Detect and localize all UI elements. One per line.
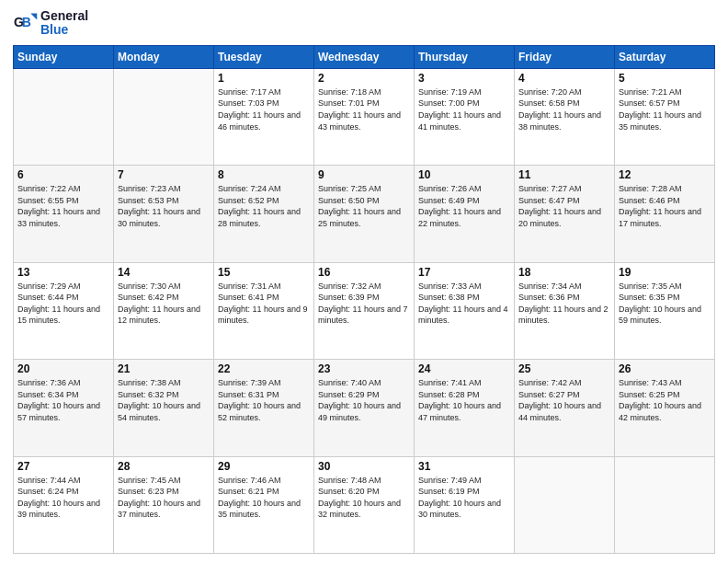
calendar-cell: 29Sunrise: 7:46 AM Sunset: 6:21 PM Dayli… [214, 456, 314, 553]
calendar-week-1: 1Sunrise: 7:17 AM Sunset: 7:03 PM Daylig… [14, 68, 715, 165]
day-number: 29 [218, 460, 310, 473]
weekday-header-wednesday: Wednesday [314, 45, 415, 68]
calendar-cell: 20Sunrise: 7:36 AM Sunset: 6:34 PM Dayli… [14, 360, 114, 456]
calendar-cell: 1Sunrise: 7:17 AM Sunset: 7:03 PM Daylig… [214, 68, 314, 165]
page: G B General Blue SundayMondayTuesdayWedn… [0, 0, 728, 563]
calendar-cell: 24Sunrise: 7:41 AM Sunset: 6:28 PM Dayli… [415, 360, 515, 456]
day-info: Sunrise: 7:31 AM Sunset: 6:41 PM Dayligh… [218, 281, 310, 327]
day-info: Sunrise: 7:39 AM Sunset: 6:31 PM Dayligh… [218, 377, 310, 423]
calendar-cell [114, 68, 214, 165]
calendar-cell: 22Sunrise: 7:39 AM Sunset: 6:31 PM Dayli… [214, 360, 314, 456]
calendar-body: 1Sunrise: 7:17 AM Sunset: 7:03 PM Daylig… [14, 68, 715, 553]
calendar-cell: 18Sunrise: 7:34 AM Sunset: 6:36 PM Dayli… [515, 262, 615, 359]
day-info: Sunrise: 7:33 AM Sunset: 6:38 PM Dayligh… [418, 281, 510, 327]
day-info: Sunrise: 7:24 AM Sunset: 6:52 PM Dayligh… [218, 183, 310, 229]
day-info: Sunrise: 7:25 AM Sunset: 6:50 PM Dayligh… [318, 183, 410, 229]
day-info: Sunrise: 7:30 AM Sunset: 6:42 PM Dayligh… [118, 281, 210, 327]
day-info: Sunrise: 7:43 AM Sunset: 6:25 PM Dayligh… [619, 377, 711, 423]
day-info: Sunrise: 7:45 AM Sunset: 6:23 PM Dayligh… [118, 475, 210, 521]
day-number: 25 [518, 362, 610, 375]
day-number: 30 [318, 460, 410, 473]
calendar-week-2: 6Sunrise: 7:22 AM Sunset: 6:55 PM Daylig… [14, 166, 715, 262]
day-number: 18 [518, 266, 610, 279]
day-number: 31 [418, 460, 510, 473]
calendar-cell [515, 456, 615, 553]
calendar-cell: 4Sunrise: 7:20 AM Sunset: 6:58 PM Daylig… [515, 68, 615, 165]
day-info: Sunrise: 7:26 AM Sunset: 6:49 PM Dayligh… [418, 183, 510, 229]
day-number: 1 [218, 72, 310, 85]
calendar-cell: 17Sunrise: 7:33 AM Sunset: 6:38 PM Dayli… [415, 262, 515, 359]
day-info: Sunrise: 7:38 AM Sunset: 6:32 PM Dayligh… [118, 377, 210, 423]
day-number: 12 [619, 168, 711, 181]
day-number: 10 [418, 168, 510, 181]
day-number: 19 [619, 266, 711, 279]
day-info: Sunrise: 7:18 AM Sunset: 7:01 PM Dayligh… [318, 86, 410, 132]
day-number: 11 [518, 168, 610, 181]
day-info: Sunrise: 7:17 AM Sunset: 7:03 PM Dayligh… [218, 86, 310, 132]
calendar-cell: 15Sunrise: 7:31 AM Sunset: 6:41 PM Dayli… [214, 262, 314, 359]
logo: G B General Blue [13, 9, 88, 38]
day-number: 7 [118, 168, 210, 181]
calendar-cell: 8Sunrise: 7:24 AM Sunset: 6:52 PM Daylig… [214, 166, 314, 262]
day-number: 15 [218, 266, 310, 279]
logo-line1: General [40, 9, 88, 23]
calendar-cell: 7Sunrise: 7:23 AM Sunset: 6:53 PM Daylig… [114, 166, 214, 262]
day-number: 14 [118, 266, 210, 279]
day-info: Sunrise: 7:49 AM Sunset: 6:19 PM Dayligh… [418, 475, 510, 521]
day-number: 6 [17, 168, 109, 181]
calendar-week-5: 27Sunrise: 7:44 AM Sunset: 6:24 PM Dayli… [14, 456, 715, 553]
calendar-cell: 30Sunrise: 7:48 AM Sunset: 6:20 PM Dayli… [314, 456, 415, 553]
day-number: 9 [318, 168, 410, 181]
day-number: 21 [118, 362, 210, 375]
calendar-cell [14, 68, 114, 165]
logo-line2: Blue [40, 23, 88, 37]
day-number: 16 [318, 266, 410, 279]
day-info: Sunrise: 7:28 AM Sunset: 6:46 PM Dayligh… [619, 183, 711, 229]
logo-icon: G B [13, 10, 39, 36]
calendar-cell [615, 456, 715, 553]
day-info: Sunrise: 7:35 AM Sunset: 6:35 PM Dayligh… [619, 281, 711, 327]
day-info: Sunrise: 7:19 AM Sunset: 7:00 PM Dayligh… [418, 86, 510, 132]
calendar-header-row: SundayMondayTuesdayWednesdayThursdayFrid… [14, 45, 715, 68]
day-info: Sunrise: 7:44 AM Sunset: 6:24 PM Dayligh… [17, 475, 109, 521]
calendar-cell: 12Sunrise: 7:28 AM Sunset: 6:46 PM Dayli… [615, 166, 715, 262]
day-number: 27 [17, 460, 109, 473]
calendar-cell: 6Sunrise: 7:22 AM Sunset: 6:55 PM Daylig… [14, 166, 114, 262]
weekday-header-monday: Monday [114, 45, 214, 68]
day-number: 3 [418, 72, 510, 85]
header: G B General Blue [13, 9, 715, 38]
calendar-cell: 27Sunrise: 7:44 AM Sunset: 6:24 PM Dayli… [14, 456, 114, 553]
calendar-cell: 5Sunrise: 7:21 AM Sunset: 6:57 PM Daylig… [615, 68, 715, 165]
weekday-header-sunday: Sunday [14, 45, 114, 68]
day-number: 24 [418, 362, 510, 375]
day-number: 2 [318, 72, 410, 85]
day-info: Sunrise: 7:21 AM Sunset: 6:57 PM Dayligh… [619, 86, 711, 132]
day-info: Sunrise: 7:41 AM Sunset: 6:28 PM Dayligh… [418, 377, 510, 423]
calendar-cell: 14Sunrise: 7:30 AM Sunset: 6:42 PM Dayli… [114, 262, 214, 359]
svg-text:B: B [22, 15, 31, 29]
calendar-cell: 2Sunrise: 7:18 AM Sunset: 7:01 PM Daylig… [314, 68, 415, 165]
calendar-cell: 13Sunrise: 7:29 AM Sunset: 6:44 PM Dayli… [14, 262, 114, 359]
day-info: Sunrise: 7:23 AM Sunset: 6:53 PM Dayligh… [118, 183, 210, 229]
calendar-cell: 11Sunrise: 7:27 AM Sunset: 6:47 PM Dayli… [515, 166, 615, 262]
calendar-week-4: 20Sunrise: 7:36 AM Sunset: 6:34 PM Dayli… [14, 360, 715, 456]
day-number: 28 [118, 460, 210, 473]
calendar-cell: 31Sunrise: 7:49 AM Sunset: 6:19 PM Dayli… [415, 456, 515, 553]
day-info: Sunrise: 7:29 AM Sunset: 6:44 PM Dayligh… [17, 281, 109, 327]
day-number: 5 [619, 72, 711, 85]
day-number: 17 [418, 266, 510, 279]
day-info: Sunrise: 7:20 AM Sunset: 6:58 PM Dayligh… [518, 86, 610, 132]
day-number: 20 [17, 362, 109, 375]
day-number: 8 [218, 168, 310, 181]
calendar-cell: 26Sunrise: 7:43 AM Sunset: 6:25 PM Dayli… [615, 360, 715, 456]
day-number: 4 [518, 72, 610, 85]
day-number: 23 [318, 362, 410, 375]
calendar-table: SundayMondayTuesdayWednesdayThursdayFrid… [13, 45, 715, 554]
calendar-week-3: 13Sunrise: 7:29 AM Sunset: 6:44 PM Dayli… [14, 262, 715, 359]
day-info: Sunrise: 7:36 AM Sunset: 6:34 PM Dayligh… [17, 377, 109, 423]
day-info: Sunrise: 7:40 AM Sunset: 6:29 PM Dayligh… [318, 377, 410, 423]
calendar-cell: 16Sunrise: 7:32 AM Sunset: 6:39 PM Dayli… [314, 262, 415, 359]
calendar-cell: 19Sunrise: 7:35 AM Sunset: 6:35 PM Dayli… [615, 262, 715, 359]
calendar-cell: 21Sunrise: 7:38 AM Sunset: 6:32 PM Dayli… [114, 360, 214, 456]
day-number: 22 [218, 362, 310, 375]
